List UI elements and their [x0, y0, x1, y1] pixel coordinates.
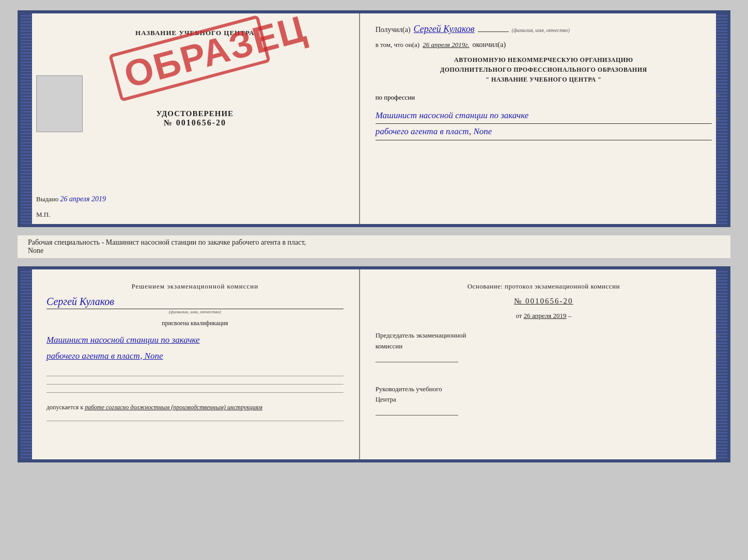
- doc-bottom-left: Решением экзаменационной комиссии Сергей…: [21, 269, 360, 459]
- separator-lines: [46, 374, 344, 394]
- subtitle-line1: Рабочая специальность - Машинист насосно…: [28, 238, 306, 246]
- photo-placeholder: [36, 75, 83, 132]
- osnov-title: Основание: протокол экзаменационной коми…: [376, 282, 712, 291]
- avto-line3: " НАЗВАНИЕ УЧЕБНОГО ЦЕНТРА ": [376, 75, 712, 85]
- udostoverenie-block: УДОСТОВЕРЕНИЕ № 0010656-20: [157, 109, 234, 127]
- right-dashes: –––иа←–––: [716, 13, 722, 224]
- bottom-name-block: Сергей Кулаков (фамилия, имя, отчество): [46, 296, 344, 314]
- subtitle-container: Рабочая специальность - Машинист насосно…: [18, 235, 730, 258]
- komissii-label: комиссии: [376, 342, 403, 350]
- poluchil-label: Получил(а): [376, 26, 411, 34]
- dopuskaetsya-label: допускается к: [46, 404, 83, 411]
- right-dashes-bottom: –––иа←––––: [716, 269, 722, 459]
- vtom-date: 26 апреля 2019г.: [423, 41, 469, 49]
- ot-date-val: 26 апреля 2019: [524, 312, 567, 319]
- tsentra-label: Центра: [376, 395, 396, 403]
- po-professii-label: по профессии: [376, 93, 415, 102]
- okonchil-label: окончил(а): [473, 41, 506, 49]
- profession-line1: Машинист насосной станции по закачке: [376, 108, 712, 124]
- doc-right-panel: –––иа←––– Получил(а) Сергей Кулаков (фам…: [360, 13, 727, 224]
- rukovoditel-block: Руководитель учебного Центра: [376, 384, 712, 406]
- ot-date-line: от 26 апреля 2019 –: [376, 312, 712, 320]
- vydano-line: Выдано 26 апреля 2019: [36, 195, 106, 203]
- ot-label: от: [516, 312, 522, 319]
- document-top: НАЗВАНИЕ УЧЕБНОГО ЦЕНТРА ОБРАЗЕЦ УДОСТОВ…: [18, 10, 730, 227]
- udostoverenie-title: УДОСТОВЕРЕНИЕ: [157, 109, 234, 118]
- poluchil-name: Сергей Кулаков: [414, 24, 475, 35]
- profession-lines: Машинист насосной станции по закачке раб…: [376, 108, 712, 140]
- dopuskaetsya-value: работе согласно должностным (производств…: [85, 404, 262, 411]
- qual-line2: рабочего агента в пласт, None: [46, 348, 344, 364]
- profession-line2: рабочего агента в пласт, None: [376, 124, 712, 140]
- doc-left-panel: НАЗВАНИЕ УЧЕБНОГО ЦЕНТРА ОБРАЗЕЦ УДОСТОВ…: [21, 13, 360, 224]
- protocol-number: № 0010656-20: [376, 297, 712, 306]
- qual-block: Машинист насосной станции по закачке раб…: [46, 332, 344, 364]
- vtom-label: в том, что он(а): [376, 41, 420, 49]
- prisvоena-label: присвоена квалификация: [46, 319, 344, 327]
- mp-line: М.П.: [36, 211, 50, 219]
- po-professii-container: по профессии: [376, 93, 712, 102]
- predsedatel-signature: [376, 352, 458, 362]
- bottom-person-name: Сергей Кулаков: [46, 296, 344, 309]
- subtitle-line2: None: [28, 247, 43, 254]
- poluchil-line: Получил(а) Сергей Кулаков (фамилия, имя,…: [376, 24, 712, 35]
- avto-line2: ДОПОЛНИТЕЛЬНОГО ПРОФЕССИОНАЛЬНОГО ОБРАЗО…: [376, 65, 712, 75]
- udostoverenie-number: № 0010656-20: [157, 118, 234, 127]
- vydano-label: Выдано: [36, 195, 58, 203]
- rukovoditel-label: Руководитель учебного: [376, 385, 442, 393]
- document-bottom: Решением экзаменационной комиссии Сергей…: [18, 266, 730, 462]
- predsedatel-label: Председатель экзаменационной: [376, 331, 466, 339]
- bottom-familiya-hint: (фамилия, имя, отчество): [46, 309, 344, 314]
- familiya-hint-top: (фамилия, имя, отчество): [512, 27, 570, 33]
- vtom-line: в том, что он(а) 26 апреля 2019г. окончи…: [376, 41, 712, 49]
- qual-line1: Машинист насосной станции по закачке: [46, 332, 344, 348]
- avto-line1: АВТОНОМНУЮ НЕКОММЕРЧЕСКУЮ ОРГАНИЗАЦИЮ: [376, 55, 712, 65]
- rukovoditel-signature: [376, 405, 458, 415]
- doc-bottom-right: –––иа←–––– Основание: протокол экзаменац…: [360, 269, 727, 459]
- dopuskaetsya-block: допускается к работе согласно должностны…: [46, 404, 344, 411]
- vydano-date: 26 апреля 2019: [60, 195, 106, 203]
- komissia-title: Решением экзаменационной комиссии: [46, 282, 344, 291]
- left-center-title: НАЗВАНИЕ УЧЕБНОГО ЦЕНТРА: [135, 29, 255, 37]
- predsedatel-block: Председатель экзаменационной комиссии: [376, 330, 712, 352]
- obrazets-stamp: ОБРАЗЕЦ: [108, 15, 271, 102]
- auto-block: АВТОНОМНУЮ НЕКОММЕРЧЕСКУЮ ОРГАНИЗАЦИЮ ДО…: [376, 55, 712, 85]
